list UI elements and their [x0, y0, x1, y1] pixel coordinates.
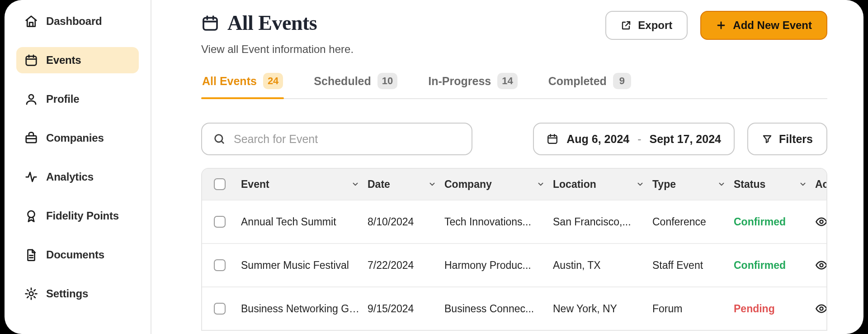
svg-rect-7: [548, 135, 557, 143]
add-new-event-label: Add New Event: [733, 19, 812, 32]
tab-in-progress[interactable]: In-Progress 14: [427, 73, 518, 98]
column-header-type[interactable]: Type: [652, 178, 734, 191]
svg-point-4: [29, 292, 33, 296]
search-icon: [213, 133, 226, 145]
sidebar-item-label: Profile: [46, 93, 79, 105]
tab-count-badge: 10: [377, 73, 397, 89]
chevron-down-icon: [717, 180, 726, 188]
award-icon: [24, 209, 38, 223]
calendar-icon: [201, 14, 219, 32]
cell-company: Harmony Produc...: [444, 259, 553, 272]
sidebar-item-documents[interactable]: Documents: [16, 242, 139, 268]
export-button-label: Export: [638, 19, 672, 32]
table-header-row: Event Date Company Location Type: [202, 169, 826, 200]
main-content: All Events View all Event information he…: [151, 0, 863, 334]
column-label: Date: [368, 178, 390, 191]
column-header-company[interactable]: Company: [444, 178, 553, 191]
column-header-event[interactable]: Event: [241, 178, 368, 191]
date-range-start: Aug 6, 2024: [566, 133, 629, 146]
cell-date: 7/22/2024: [368, 259, 444, 272]
sidebar-item-label: Dashboard: [46, 15, 102, 28]
sidebar-item-label: Settings: [46, 287, 88, 300]
cell-company: Business Connec...: [444, 303, 553, 315]
search-input[interactable]: [233, 132, 461, 146]
tab-completed[interactable]: Completed 9: [547, 73, 632, 98]
chevron-down-icon: [351, 180, 359, 188]
sidebar-item-label: Fidelity Points: [46, 210, 119, 222]
cell-date: 8/10/2024: [368, 216, 444, 228]
cell-location: New York, NY: [553, 303, 652, 315]
tab-label: All Events: [202, 75, 257, 88]
gear-icon: [24, 287, 38, 301]
column-label: Type: [652, 178, 676, 191]
cell-event: Summer Music Festival: [241, 259, 368, 272]
sidebar-item-analytics[interactable]: Analytics: [16, 164, 139, 190]
cell-event: Annual Tech Summit: [241, 216, 368, 228]
sidebar-item-dashboard[interactable]: Dashboard: [16, 8, 139, 34]
events-table: Event Date Company Location Type: [201, 168, 827, 331]
row-checkbox[interactable]: [214, 216, 226, 228]
column-header-actions: Actions: [815, 178, 827, 191]
svg-point-8: [820, 220, 823, 224]
table-row: Business Networking Gala 9/15/2024 Busin…: [202, 286, 826, 330]
tab-count-badge: 14: [497, 73, 517, 89]
sidebar-item-label: Companies: [46, 132, 104, 144]
view-action[interactable]: [815, 259, 827, 272]
cell-type: Conference: [652, 216, 734, 228]
calendar-icon: [547, 133, 558, 145]
tab-scheduled[interactable]: Scheduled 10: [313, 73, 398, 98]
svg-point-1: [29, 95, 33, 99]
table-row: Summer Music Festival 7/22/2024 Harmony …: [202, 243, 826, 286]
home-icon: [24, 14, 38, 28]
view-action[interactable]: [815, 215, 827, 228]
tab-label: Scheduled: [314, 75, 371, 88]
cell-status: Pending: [734, 303, 815, 315]
export-icon: [621, 20, 632, 31]
plus-icon: [716, 20, 726, 31]
filters-button[interactable]: Filters: [747, 123, 827, 155]
column-label: Actions: [815, 178, 827, 191]
sidebar-item-events[interactable]: Events: [16, 47, 139, 73]
sidebar-item-fidelity-points[interactable]: Fidelity Points: [16, 203, 139, 229]
sidebar-item-companies[interactable]: Companies: [16, 125, 139, 151]
briefcase-icon: [24, 131, 38, 145]
sidebar-item-settings[interactable]: Settings: [16, 281, 139, 307]
sidebar-item-label: Events: [46, 54, 81, 67]
column-header-status[interactable]: Status: [734, 178, 815, 191]
event-tabs: All Events 24 Scheduled 10 In-Progress 1…: [201, 73, 827, 99]
tab-count-badge: 9: [613, 73, 631, 89]
cell-status: Confirmed: [734, 259, 815, 272]
chevron-down-icon: [636, 180, 644, 188]
chevron-down-icon: [537, 180, 545, 188]
tab-count-badge: 24: [263, 73, 283, 89]
page-title: All Events: [227, 11, 317, 35]
date-range-separator: -: [637, 133, 641, 146]
add-new-event-button[interactable]: Add New Event: [700, 11, 827, 40]
row-checkbox[interactable]: [214, 303, 226, 315]
column-label: Location: [553, 178, 596, 191]
svg-point-3: [28, 211, 35, 218]
search-container: [201, 123, 472, 155]
row-checkbox[interactable]: [214, 259, 226, 271]
svg-rect-0: [26, 56, 37, 65]
cell-type: Staff Event: [652, 259, 734, 272]
date-range-picker[interactable]: Aug 6, 2024 - Sept 17, 2024: [533, 123, 735, 155]
column-header-date[interactable]: Date: [368, 178, 444, 191]
export-button[interactable]: Export: [605, 11, 688, 40]
view-action[interactable]: [815, 302, 827, 315]
user-icon: [24, 92, 38, 106]
activity-icon: [24, 170, 38, 184]
sidebar-item-profile[interactable]: Profile: [16, 86, 139, 112]
tab-all-events[interactable]: All Events 24: [201, 73, 284, 98]
select-all-checkbox[interactable]: [214, 178, 226, 190]
svg-point-9: [820, 264, 823, 267]
tab-label: Completed: [548, 75, 607, 88]
calendar-icon: [24, 53, 38, 67]
column-label: Status: [734, 178, 765, 191]
column-header-location[interactable]: Location: [553, 178, 652, 191]
cell-status: Confirmed: [734, 216, 815, 228]
table-row: Annual Tech Summit 8/10/2024 Tech Innova…: [202, 200, 826, 243]
sidebar-item-label: Analytics: [46, 171, 94, 183]
sidebar: Dashboard Events Profile Companies Analy: [5, 0, 151, 334]
cell-type: Forum: [652, 303, 734, 315]
